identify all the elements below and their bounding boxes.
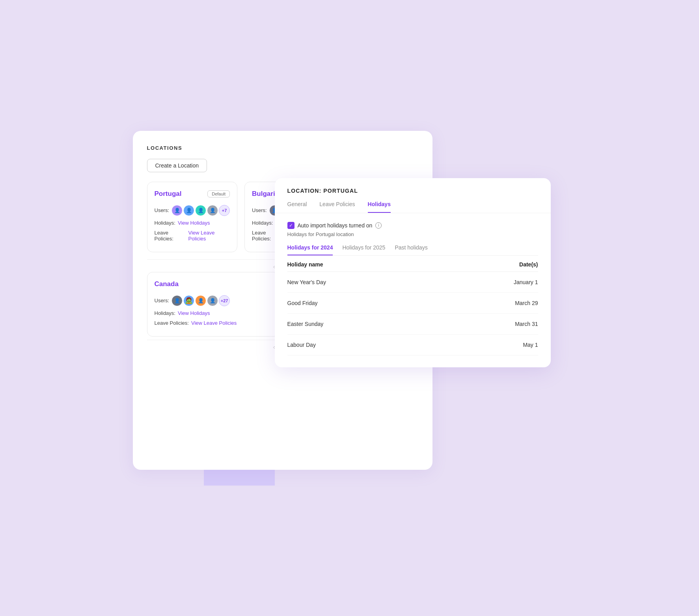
portugal-view-leave-link[interactable]: View Leave Policies bbox=[188, 230, 230, 242]
year-tabs: Holidays for 2024 Holidays for 2025 Past… bbox=[287, 244, 538, 256]
location-card-canada: Canada Users: 👤 🧟 👤 👤 +27 Holidays: View… bbox=[147, 272, 279, 337]
default-badge: Default bbox=[207, 190, 230, 197]
portugal-leave-row: Leave Policies: View Leave Policies bbox=[155, 230, 230, 242]
avatar: 🧟 bbox=[183, 295, 194, 306]
locations-heading: LOCATIONS bbox=[147, 145, 418, 151]
avatar: 👤 bbox=[207, 295, 218, 306]
detail-body: ✓ Auto import holidays turned on i Holid… bbox=[275, 213, 551, 355]
col-holiday-name: Holiday name bbox=[287, 261, 323, 268]
portugal-card-header: Portugal Default bbox=[155, 190, 230, 198]
year-tab-past[interactable]: Past holidays bbox=[395, 244, 427, 255]
portugal-users-row: Users: 👤 👤 👤 👤 +7 bbox=[155, 205, 230, 216]
canada-holidays-row: Holidays: View Holidays bbox=[155, 310, 272, 316]
detail-panel: LOCATION: PORTUGAL General Leave Policie… bbox=[275, 178, 551, 367]
table-row: Easter Sunday March 31 bbox=[287, 314, 538, 335]
auto-import-checkbox[interactable]: ✓ bbox=[287, 222, 295, 229]
portugal-avatars: 👤 👤 👤 👤 +7 bbox=[171, 205, 230, 216]
detail-tabs: General Leave Policies Holidays bbox=[287, 201, 538, 213]
portugal-name: Portugal bbox=[155, 190, 182, 198]
holiday-date-2: March 31 bbox=[515, 321, 538, 327]
col-date: Date(s) bbox=[519, 261, 538, 268]
canada-view-holidays-link[interactable]: View Holidays bbox=[178, 310, 210, 316]
holiday-name-0: New Year's Day bbox=[287, 279, 326, 285]
portugal-holidays-row: Holidays: View Holidays bbox=[155, 220, 230, 226]
holiday-name-3: Labour Day bbox=[287, 342, 316, 348]
holiday-name-1: Good Friday bbox=[287, 300, 318, 306]
canada-card-header: Canada bbox=[155, 280, 272, 288]
check-icon: ✓ bbox=[289, 223, 293, 228]
canada-avatars: 👤 🧟 👤 👤 +27 bbox=[171, 295, 230, 306]
canada-name: Canada bbox=[155, 280, 179, 288]
holiday-date-0: January 1 bbox=[514, 279, 538, 285]
canada-leave-row: Leave Policies: View Leave Policies bbox=[155, 320, 272, 326]
avatar: 👤 bbox=[171, 205, 183, 216]
detail-title: LOCATION: PORTUGAL bbox=[287, 188, 538, 194]
create-location-button[interactable]: Create a Location bbox=[147, 159, 207, 172]
table-row: New Year's Day January 1 bbox=[287, 272, 538, 293]
avatar: 👤 bbox=[207, 205, 218, 216]
canada-view-leave-link[interactable]: View Leave Policies bbox=[191, 320, 237, 326]
table-row: Labour Day May 1 bbox=[287, 335, 538, 355]
holidays-subtitle: Holidays for Portugal location bbox=[287, 231, 538, 237]
auto-import-row: ✓ Auto import holidays turned on i bbox=[287, 222, 538, 229]
portugal-view-holidays-link[interactable]: View Holidays bbox=[178, 220, 210, 226]
portugal-users-plus: +7 bbox=[219, 205, 230, 216]
holidays-table: Holiday name Date(s) New Year's Day Janu… bbox=[287, 256, 538, 355]
canada-users-plus: +27 bbox=[219, 295, 230, 306]
year-tab-2024[interactable]: Holidays for 2024 bbox=[287, 244, 333, 255]
tab-general[interactable]: General bbox=[287, 201, 307, 213]
table-header: Holiday name Date(s) bbox=[287, 256, 538, 272]
holiday-name-2: Easter Sunday bbox=[287, 321, 324, 327]
avatar: 👤 bbox=[195, 205, 206, 216]
canada-users-row: Users: 👤 🧟 👤 👤 +27 bbox=[155, 295, 272, 306]
tab-holidays[interactable]: Holidays bbox=[368, 201, 391, 213]
location-card-portugal: Portugal Default Users: 👤 👤 👤 👤 +7 Holid… bbox=[147, 182, 238, 252]
table-row: Good Friday March 29 bbox=[287, 293, 538, 314]
holiday-date-3: May 1 bbox=[523, 342, 538, 348]
holiday-date-1: March 29 bbox=[515, 300, 538, 306]
avatar: 👤 bbox=[171, 295, 183, 306]
detail-header: LOCATION: PORTUGAL General Leave Policie… bbox=[275, 178, 551, 213]
info-icon[interactable]: i bbox=[375, 222, 382, 229]
avatar: 👤 bbox=[183, 205, 194, 216]
tab-leave-policies[interactable]: Leave Policies bbox=[319, 201, 355, 213]
avatar: 👤 bbox=[195, 295, 206, 306]
year-tab-2025[interactable]: Holidays for 2025 bbox=[342, 244, 385, 255]
auto-import-label: Auto import holidays turned on bbox=[298, 222, 373, 229]
